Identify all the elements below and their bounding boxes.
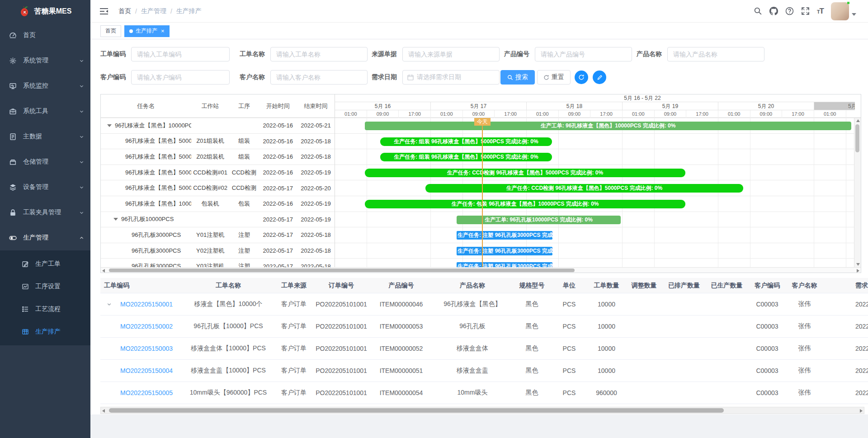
table-row[interactable]: MO202205150005 10mm吸头【960000】PCS 客户订单 PO… bbox=[100, 382, 868, 404]
work-order-link[interactable]: MO202205150004 bbox=[120, 367, 173, 374]
timeline-hour: 01:00 bbox=[814, 110, 846, 118]
breadcrumb-production[interactable]: 生产管理 bbox=[141, 7, 166, 15]
tab-scheduling[interactable]: 生产排产 × bbox=[124, 25, 170, 37]
submenu-item-process-settings[interactable]: 工序设置 bbox=[0, 275, 90, 298]
breadcrumb-separator: / bbox=[170, 8, 172, 15]
gantt-task-row[interactable]: 96孔移液盒【黑色】5000PCS CCD检测#02 CCD检测 2022-05… bbox=[101, 180, 335, 196]
tab-home[interactable]: 首页 bbox=[100, 25, 121, 37]
scrollbar-thumb[interactable] bbox=[855, 124, 859, 152]
gantt-bar-selected[interactable]: 生产任务: 注塑 96孔孔板3000PCS 完成比例: 0% bbox=[457, 262, 552, 267]
scroll-left-icon[interactable] bbox=[102, 269, 105, 273]
task-name: 96孔移液盒【黑色】5000PCS bbox=[125, 184, 191, 192]
page-background bbox=[90, 414, 868, 438]
fullscreen-icon[interactable] bbox=[801, 7, 810, 15]
product-code-input[interactable] bbox=[535, 47, 632, 61]
customer-name-input[interactable] bbox=[270, 70, 368, 85]
customer-code-input[interactable] bbox=[131, 70, 230, 85]
table-horizontal-scrollbar[interactable] bbox=[100, 407, 864, 414]
gantt-bar-task[interactable]: 生产任务: 包装 96孔移液盒【黑色】10000PCS 完成比例: 0% bbox=[365, 200, 685, 208]
product-name-input[interactable] bbox=[667, 47, 764, 61]
filter-source-doc: 来源单据 bbox=[372, 47, 500, 61]
sidebar-item-system-monitor[interactable]: 系统监控 bbox=[0, 73, 90, 99]
gantt-bar-task[interactable]: 生产任务: 组装 96孔移液盒【黑色】5000PCS 完成比例: 0% bbox=[380, 153, 552, 161]
tab-close-icon[interactable]: × bbox=[161, 28, 165, 34]
filter-customer-code: 客户编码 bbox=[100, 70, 230, 85]
gantt-bar-order[interactable]: 生产工单: 96孔移液盒【黑色】10000PCS 完成比例: 0% bbox=[365, 122, 851, 130]
demand-date-input[interactable]: 请选择需求日期 bbox=[402, 70, 500, 85]
gantt-bar-selected[interactable]: 生产任务: 注塑 96孔孔板3000PCS 完成比例: 0% bbox=[457, 231, 552, 240]
work-order-link[interactable]: MO202205150002 bbox=[120, 323, 173, 330]
work-order-link[interactable]: MO202205150001 bbox=[120, 301, 173, 308]
document-icon bbox=[9, 133, 17, 141]
fontsize-icon[interactable]: TT bbox=[817, 7, 824, 16]
work-order-name-input[interactable] bbox=[270, 47, 368, 61]
svg-text:K: K bbox=[24, 10, 27, 14]
search-icon[interactable] bbox=[754, 7, 762, 15]
sidebar-item-home[interactable]: 首页 bbox=[0, 23, 90, 48]
edit-mode-button[interactable] bbox=[593, 71, 606, 84]
refresh-button[interactable] bbox=[575, 71, 588, 84]
gantt-task-row[interactable]: 96孔孔板10000PCS 2022-05-17 2022-05-19 bbox=[101, 212, 335, 228]
scroll-down-icon[interactable] bbox=[856, 263, 860, 266]
gantt-task-row[interactable]: 96孔孔板3000PCS Y03注塑机 注塑 2022-05-17 2022-0… bbox=[101, 259, 335, 267]
gantt-bar-order[interactable]: 生产工单: 96孔孔板10000PCS 完成比例: 0% bbox=[457, 216, 621, 224]
scroll-right-icon[interactable] bbox=[860, 409, 863, 413]
gantt-bar-task[interactable]: 生产任务: CCD检测 96孔移液盒【黑色】5000PCS 完成比例: 0% bbox=[365, 169, 685, 177]
scroll-right-icon[interactable] bbox=[857, 269, 859, 273]
search-button[interactable]: 搜索 bbox=[500, 70, 535, 85]
sidebar-item-system-tools[interactable]: 系统工具 bbox=[0, 99, 90, 124]
sidebar-item-master-data[interactable]: 主数据 bbox=[0, 124, 90, 149]
sidebar-item-production[interactable]: 生产管理 bbox=[0, 225, 90, 250]
gantt-vertical-scrollbar[interactable] bbox=[854, 118, 861, 267]
gantt-bar-task[interactable]: 生产任务: CCD检测 96孔移液盒【黑色】5000PCS 完成比例: 0% bbox=[425, 184, 743, 193]
gantt-col-process: 工序 bbox=[229, 102, 259, 110]
app-logo[interactable]: K 苦糖果MES bbox=[0, 0, 90, 23]
reset-button-label: 重置 bbox=[552, 73, 564, 81]
gantt-task-row[interactable]: 96孔孔板3000PCS Y02注塑机 注塑 2022-05-17 2022-0… bbox=[101, 243, 335, 259]
table-row[interactable]: MO202205150003 移液盒盒体【10000】PCS 客户订单 PO20… bbox=[100, 338, 868, 360]
table-row[interactable]: MO202205150001 移液盒【黑色】10000个 客户订单 PO2022… bbox=[100, 293, 868, 316]
task-start: 2022-05-16 bbox=[259, 153, 297, 160]
caret-down-icon[interactable] bbox=[113, 218, 118, 221]
sidebar-item-fixtures[interactable]: 工装夹具管理 bbox=[0, 200, 90, 225]
gantt-chart: 任务名 工作站 工序 开始时间 结束时间 5月 16 - 5月 22 5月 16… bbox=[100, 94, 861, 273]
user-menu[interactable] bbox=[831, 2, 856, 20]
scrollbar-thumb[interactable] bbox=[109, 268, 575, 272]
gantt-bar-selected[interactable]: 生产任务: 注塑 96孔孔板3000PCS 完成比例: 0% bbox=[457, 247, 552, 255]
scrollbar-thumb[interactable] bbox=[109, 408, 724, 413]
gantt-task-row[interactable]: 96孔孔板3000PCS Y01注塑机 注塑 2022-05-17 2022-0… bbox=[101, 227, 335, 243]
scroll-left-icon[interactable] bbox=[102, 409, 105, 413]
source-doc-input[interactable] bbox=[402, 47, 500, 61]
sidebar-item-label: 主数据 bbox=[23, 132, 42, 141]
gantt-horizontal-scrollbar[interactable] bbox=[101, 267, 861, 273]
table-row[interactable]: MO202205150002 96孔孔板【10000】PCS 客户订单 PO20… bbox=[100, 316, 868, 338]
chevron-down-icon[interactable] bbox=[107, 302, 112, 307]
reset-button[interactable]: 重置 bbox=[537, 70, 571, 85]
help-icon[interactable] bbox=[785, 7, 794, 15]
gantt-task-row[interactable]: 96孔移液盒【黑色】10000PCS 2022-05-16 2022-05-21 bbox=[101, 118, 335, 134]
warehouse-icon bbox=[9, 158, 17, 166]
caret-down-icon[interactable] bbox=[107, 124, 112, 127]
sidebar-item-system-admin[interactable]: 系统管理 bbox=[0, 48, 90, 73]
gantt-task-row[interactable]: 96孔移液盒【黑色】5000PCS Z02组装机 组装 2022-05-16 2… bbox=[101, 149, 335, 165]
gantt-bar-task[interactable]: 生产任务: 组装 96孔移液盒【黑色】5000PCS 完成比例: 0% bbox=[380, 137, 552, 146]
hamburger-icon[interactable] bbox=[99, 8, 108, 15]
gantt-task-row[interactable]: 96孔移液盒【黑色】10000PCS 包装机 包装 2022-05-16 202… bbox=[101, 196, 335, 212]
submenu-item-routing[interactable]: 工艺流程 bbox=[0, 298, 90, 320]
scroll-up-icon[interactable] bbox=[856, 119, 860, 122]
github-icon[interactable] bbox=[769, 7, 778, 15]
avatar[interactable] bbox=[831, 2, 849, 20]
gantt-task-row[interactable]: 96孔移液盒【黑色】5000PCS Z01组装机 组装 2022-05-16 2… bbox=[101, 134, 335, 150]
field-label: 客户编码 bbox=[100, 73, 126, 81]
timeline-hour: 09:00 bbox=[463, 110, 495, 118]
sidebar-item-warehouse[interactable]: 仓储管理 bbox=[0, 149, 90, 174]
sidebar-item-equipment[interactable]: 设备管理 bbox=[0, 174, 90, 200]
work-order-link[interactable]: MO202205150003 bbox=[120, 345, 173, 352]
submenu-item-work-orders[interactable]: 生产工单 bbox=[0, 253, 90, 275]
work-order-code-input[interactable] bbox=[131, 47, 230, 61]
table-row[interactable]: MO202205150004 移液盒盒盖【10000】PCS 客户订单 PO20… bbox=[100, 360, 868, 382]
gantt-task-row[interactable]: 96孔移液盒【黑色】5000PCS CCD检测#01 CCD检测 2022-05… bbox=[101, 165, 335, 181]
breadcrumb-home[interactable]: 首页 bbox=[118, 7, 131, 15]
submenu-item-scheduling[interactable]: 生产排产 bbox=[0, 320, 90, 343]
work-order-link[interactable]: MO202205150005 bbox=[120, 389, 173, 396]
